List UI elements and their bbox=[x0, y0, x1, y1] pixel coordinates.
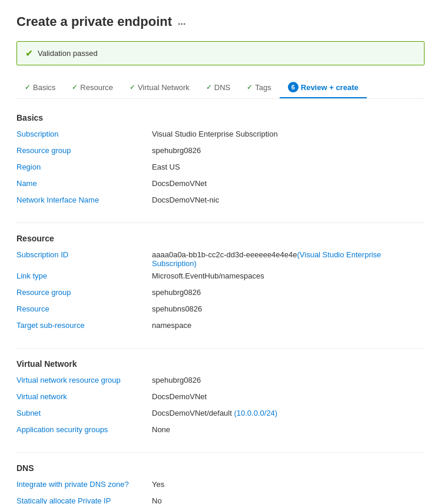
tab-resource[interactable]: ✓ Resource bbox=[64, 78, 121, 98]
tab-resource-check-icon: ✓ bbox=[72, 83, 78, 91]
field-subscription-label: Subscription bbox=[16, 130, 152, 138]
field-vnet-resource-group: Virtual network resource group spehubrg0… bbox=[16, 376, 425, 389]
tab-tags-label: Tags bbox=[255, 83, 271, 92]
field-subnet-value: DocsDemoVNet/default (10.0.0.0/24) bbox=[152, 409, 425, 417]
field-name-label: Name bbox=[16, 179, 152, 188]
tab-dns-check-icon: ✓ bbox=[206, 83, 212, 91]
validation-banner: ✔ Validation passed bbox=[16, 41, 425, 65]
subscription-id-link: (Visual Studio Enterprise Subscription) bbox=[152, 250, 381, 268]
validation-text: Validation passed bbox=[38, 49, 98, 58]
field-dns-zone: Integrate with private DNS zone? Yes bbox=[16, 480, 425, 493]
field-resource-value: spehubns0826 bbox=[152, 304, 425, 313]
resource-section: Resource Subscription ID aaaa0a0a-bb1b-c… bbox=[16, 234, 425, 334]
field-target-subresource-value: namespace bbox=[152, 321, 425, 330]
field-link-type-label: Link type bbox=[16, 271, 152, 280]
dns-section: DNS Integrate with private DNS zone? Yes… bbox=[16, 463, 425, 504]
field-resource-resource-group-value: spehubrg0826 bbox=[152, 288, 425, 297]
field-subscription-id-label: Subscription ID bbox=[16, 250, 152, 259]
divider-2 bbox=[16, 348, 425, 349]
validation-check-icon: ✔ bbox=[25, 48, 33, 59]
field-dns-zone-value: Yes bbox=[152, 480, 425, 489]
tab-virtualnetwork-check-icon: ✓ bbox=[130, 83, 135, 91]
tab-review-create-badge: 6 bbox=[288, 82, 299, 92]
title-text: Create a private endpoint bbox=[16, 14, 172, 29]
resource-section-title: Resource bbox=[16, 234, 425, 243]
tab-basics[interactable]: ✓ Basics bbox=[16, 78, 64, 98]
field-resource-resource-group-label: Resource group bbox=[16, 288, 152, 297]
field-nic-name-value: DocsDemoVNet-nic bbox=[152, 195, 425, 204]
field-nic-name: Network Interface Name DocsDemoVNet-nic bbox=[16, 195, 425, 208]
divider-3 bbox=[16, 452, 425, 453]
tab-basics-label: Basics bbox=[33, 83, 55, 92]
field-dns-zone-label: Integrate with private DNS zone? bbox=[16, 480, 152, 489]
field-vnet-resource-group-label: Virtual network resource group bbox=[16, 376, 152, 384]
field-vnet-resource-group-value: spehubrg0826 bbox=[152, 376, 425, 384]
divider-1 bbox=[16, 223, 425, 223]
field-virtual-network-label: Virtual network bbox=[16, 392, 152, 401]
field-nic-name-label: Network Interface Name bbox=[16, 195, 152, 204]
field-subscription-value: Visual Studio Enterprise Subscription bbox=[152, 130, 425, 138]
tab-virtualnetwork-label: Virtual Network bbox=[138, 83, 190, 92]
field-static-ip-label: Statically allocate Private IP bbox=[16, 496, 152, 504]
tab-dns[interactable]: ✓ DNS bbox=[198, 78, 238, 98]
field-resource-group: Resource group spehubrg0826 bbox=[16, 146, 425, 159]
field-asg: Application security groups None bbox=[16, 425, 425, 438]
ellipsis-icon[interactable]: ... bbox=[178, 16, 185, 27]
tab-basics-check-icon: ✓ bbox=[25, 83, 31, 91]
basics-section: Basics Subscription Visual Studio Enterp… bbox=[16, 113, 425, 208]
field-resource-resource-group: Resource group spehubrg0826 bbox=[16, 288, 425, 301]
virtual-network-section-title: Virtual Network bbox=[16, 359, 425, 369]
page-title: Create a private endpoint ... bbox=[16, 14, 425, 29]
field-resource: Resource spehubns0826 bbox=[16, 304, 425, 317]
tab-tags-check-icon: ✓ bbox=[247, 83, 253, 91]
field-link-type-value: Microsoft.EventHub/namespaces bbox=[152, 271, 425, 280]
field-static-ip: Statically allocate Private IP No bbox=[16, 496, 425, 504]
field-link-type: Link type Microsoft.EventHub/namespaces bbox=[16, 271, 425, 284]
tab-virtual-network[interactable]: ✓ Virtual Network bbox=[121, 78, 198, 98]
tab-review-create[interactable]: 6 Review + create bbox=[280, 77, 367, 98]
tab-resource-label: Resource bbox=[80, 83, 113, 92]
field-subscription-id: Subscription ID aaaa0a0a-bb1b-cc2c-dd3d-… bbox=[16, 250, 425, 268]
field-virtual-network: Virtual network DocsDemoVNet bbox=[16, 392, 425, 405]
field-resource-group-value: spehubrg0826 bbox=[152, 146, 425, 155]
field-region: Region East US bbox=[16, 163, 425, 175]
field-resource-group-label: Resource group bbox=[16, 146, 152, 155]
field-target-subresource-label: Target sub-resource bbox=[16, 321, 152, 330]
field-subscription-id-value: aaaa0a0a-bb1b-cc2c-dd3d-eeeeee4e4e4e(Vis… bbox=[152, 250, 425, 268]
field-name-value: DocsDemoVNet bbox=[152, 179, 425, 188]
field-asg-value: None bbox=[152, 425, 425, 434]
field-region-value: East US bbox=[152, 163, 425, 171]
field-virtual-network-value: DocsDemoVNet bbox=[152, 392, 425, 401]
field-static-ip-value: No bbox=[152, 496, 425, 504]
field-subnet: Subnet DocsDemoVNet/default (10.0.0.0/24… bbox=[16, 409, 425, 422]
tab-dns-label: DNS bbox=[214, 83, 230, 92]
field-resource-label: Resource bbox=[16, 304, 152, 313]
page-container: Create a private endpoint ... ✔ Validati… bbox=[0, 0, 441, 504]
tab-tags[interactable]: ✓ Tags bbox=[238, 78, 279, 98]
field-subnet-label: Subnet bbox=[16, 409, 152, 417]
tabs-bar: ✓ Basics ✓ Resource ✓ Virtual Network ✓ … bbox=[16, 77, 425, 99]
field-name: Name DocsDemoVNet bbox=[16, 179, 425, 192]
tab-review-create-label: Review + create bbox=[301, 83, 359, 92]
virtual-network-section: Virtual Network Virtual network resource… bbox=[16, 359, 425, 438]
field-asg-label: Application security groups bbox=[16, 425, 152, 434]
dns-section-title: DNS bbox=[16, 463, 425, 473]
basics-section-title: Basics bbox=[16, 113, 425, 122]
field-target-subresource: Target sub-resource namespace bbox=[16, 321, 425, 334]
field-subscription: Subscription Visual Studio Enterprise Su… bbox=[16, 130, 425, 142]
field-region-label: Region bbox=[16, 163, 152, 171]
subnet-cidr-link: (10.0.0.0/24) bbox=[234, 409, 277, 417]
